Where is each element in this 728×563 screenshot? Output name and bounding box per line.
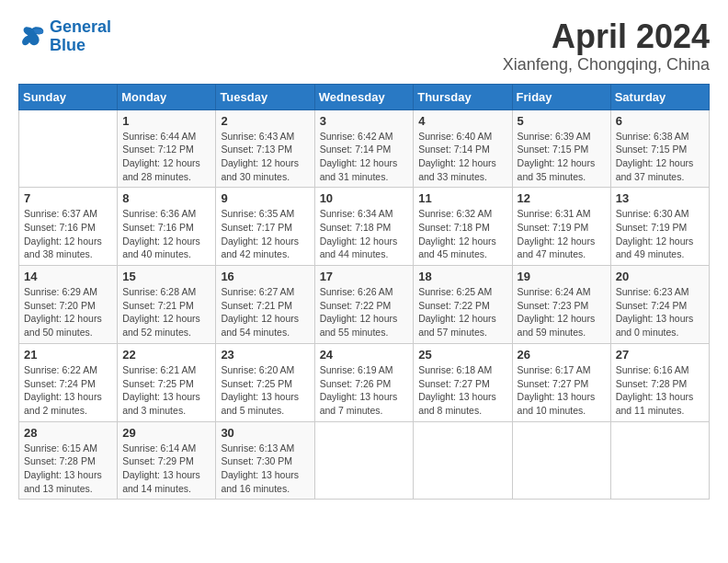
- day-info: Sunrise: 6:15 AM Sunset: 7:28 PM Dayligh…: [24, 442, 112, 496]
- page-title: April 2024: [503, 18, 710, 55]
- calendar-cell: 14Sunrise: 6:29 AM Sunset: 7:20 PM Dayli…: [19, 266, 118, 344]
- weekday-header-saturday: Saturday: [610, 84, 709, 109]
- calendar-cell: 5Sunrise: 6:39 AM Sunset: 7:15 PM Daylig…: [512, 109, 610, 188]
- day-info: Sunrise: 6:14 AM Sunset: 7:29 PM Dayligh…: [122, 442, 210, 496]
- logo-line1: General: [50, 17, 111, 36]
- calendar-cell: 26Sunrise: 6:17 AM Sunset: 7:27 PM Dayli…: [512, 343, 610, 421]
- day-number: 12: [518, 191, 606, 205]
- calendar-cell: 3Sunrise: 6:42 AM Sunset: 7:14 PM Daylig…: [314, 109, 414, 188]
- day-number: 24: [320, 348, 409, 362]
- day-info: Sunrise: 6:44 AM Sunset: 7:12 PM Dayligh…: [122, 130, 210, 184]
- calendar-cell: 11Sunrise: 6:32 AM Sunset: 7:18 PM Dayli…: [414, 188, 512, 266]
- day-info: Sunrise: 6:35 AM Sunset: 7:17 PM Dayligh…: [221, 207, 309, 261]
- day-info: Sunrise: 6:28 AM Sunset: 7:21 PM Dayligh…: [122, 285, 210, 339]
- day-info: Sunrise: 6:38 AM Sunset: 7:15 PM Dayligh…: [616, 130, 704, 184]
- page-header: General Blue April 2024 Xianfeng, Chongq…: [18, 18, 710, 75]
- calendar-cell: 8Sunrise: 6:36 AM Sunset: 7:16 PM Daylig…: [118, 188, 216, 266]
- day-info: Sunrise: 6:36 AM Sunset: 7:16 PM Dayligh…: [122, 207, 210, 261]
- calendar-cell: [414, 421, 512, 500]
- weekday-header-sunday: Sunday: [19, 84, 118, 109]
- day-number: 10: [320, 191, 409, 205]
- calendar-cell: 25Sunrise: 6:18 AM Sunset: 7:27 PM Dayli…: [414, 343, 512, 421]
- day-number: 22: [122, 348, 210, 362]
- day-info: Sunrise: 6:29 AM Sunset: 7:20 PM Dayligh…: [24, 285, 112, 339]
- calendar-cell: [314, 421, 414, 500]
- logo-icon: [18, 23, 46, 51]
- day-number: 13: [616, 191, 704, 205]
- calendar-cell: 21Sunrise: 6:22 AM Sunset: 7:24 PM Dayli…: [19, 343, 118, 421]
- logo: General Blue: [18, 18, 111, 55]
- calendar-cell: 6Sunrise: 6:38 AM Sunset: 7:15 PM Daylig…: [610, 109, 709, 188]
- day-info: Sunrise: 6:23 AM Sunset: 7:24 PM Dayligh…: [616, 285, 704, 339]
- day-info: Sunrise: 6:22 AM Sunset: 7:24 PM Dayligh…: [24, 363, 112, 418]
- day-number: 20: [616, 270, 704, 283]
- day-info: Sunrise: 6:27 AM Sunset: 7:21 PM Dayligh…: [221, 285, 309, 339]
- day-number: 1: [122, 114, 210, 128]
- day-number: 27: [616, 348, 704, 362]
- calendar-week-2: 7Sunrise: 6:37 AM Sunset: 7:16 PM Daylig…: [19, 188, 710, 266]
- day-number: 7: [24, 191, 112, 205]
- calendar-cell: 29Sunrise: 6:14 AM Sunset: 7:29 PM Dayli…: [118, 421, 216, 500]
- day-info: Sunrise: 6:42 AM Sunset: 7:14 PM Dayligh…: [320, 130, 409, 184]
- day-number: 16: [221, 270, 309, 283]
- day-number: 26: [518, 348, 606, 362]
- day-info: Sunrise: 6:39 AM Sunset: 7:15 PM Dayligh…: [518, 130, 606, 184]
- calendar-cell: 20Sunrise: 6:23 AM Sunset: 7:24 PM Dayli…: [610, 266, 709, 344]
- day-number: 21: [24, 348, 112, 362]
- calendar-cell: 7Sunrise: 6:37 AM Sunset: 7:16 PM Daylig…: [19, 188, 118, 266]
- calendar-cell: 2Sunrise: 6:43 AM Sunset: 7:13 PM Daylig…: [216, 109, 314, 188]
- calendar-cell: 1Sunrise: 6:44 AM Sunset: 7:12 PM Daylig…: [118, 109, 216, 188]
- weekday-header-monday: Monday: [118, 84, 216, 109]
- calendar-cell: 17Sunrise: 6:26 AM Sunset: 7:22 PM Dayli…: [314, 266, 414, 344]
- calendar-week-5: 28Sunrise: 6:15 AM Sunset: 7:28 PM Dayli…: [19, 421, 710, 500]
- day-info: Sunrise: 6:18 AM Sunset: 7:27 PM Dayligh…: [418, 363, 506, 418]
- day-number: 11: [418, 191, 506, 205]
- logo-line2: Blue: [50, 36, 85, 54]
- calendar-cell: 9Sunrise: 6:35 AM Sunset: 7:17 PM Daylig…: [216, 188, 314, 266]
- day-number: 14: [24, 270, 112, 283]
- calendar-week-1: 1Sunrise: 6:44 AM Sunset: 7:12 PM Daylig…: [19, 109, 710, 188]
- weekday-header-wednesday: Wednesday: [314, 84, 414, 109]
- calendar-cell: 23Sunrise: 6:20 AM Sunset: 7:25 PM Dayli…: [216, 343, 314, 421]
- calendar-body: 1Sunrise: 6:44 AM Sunset: 7:12 PM Daylig…: [19, 109, 710, 500]
- day-info: Sunrise: 6:19 AM Sunset: 7:26 PM Dayligh…: [320, 363, 409, 418]
- day-info: Sunrise: 6:20 AM Sunset: 7:25 PM Dayligh…: [221, 363, 309, 418]
- calendar-cell: 12Sunrise: 6:31 AM Sunset: 7:19 PM Dayli…: [512, 188, 610, 266]
- logo-text: General Blue: [50, 18, 111, 55]
- weekday-header-friday: Friday: [512, 84, 610, 109]
- page-subtitle: Xianfeng, Chongqing, China: [503, 55, 710, 75]
- weekday-row: SundayMondayTuesdayWednesdayThursdayFrid…: [19, 84, 710, 109]
- day-number: 29: [122, 426, 210, 440]
- day-number: 3: [320, 114, 409, 128]
- calendar-cell: 18Sunrise: 6:25 AM Sunset: 7:22 PM Dayli…: [414, 266, 512, 344]
- day-number: 6: [616, 114, 704, 128]
- calendar-cell: 15Sunrise: 6:28 AM Sunset: 7:21 PM Dayli…: [118, 266, 216, 344]
- calendar-cell: 22Sunrise: 6:21 AM Sunset: 7:25 PM Dayli…: [118, 343, 216, 421]
- calendar-cell: 10Sunrise: 6:34 AM Sunset: 7:18 PM Dayli…: [314, 188, 414, 266]
- day-number: 4: [418, 114, 506, 128]
- weekday-header-tuesday: Tuesday: [216, 84, 314, 109]
- day-info: Sunrise: 6:37 AM Sunset: 7:16 PM Dayligh…: [24, 207, 112, 261]
- day-info: Sunrise: 6:13 AM Sunset: 7:30 PM Dayligh…: [221, 442, 309, 496]
- day-number: 15: [122, 270, 210, 283]
- calendar-cell: 24Sunrise: 6:19 AM Sunset: 7:26 PM Dayli…: [314, 343, 414, 421]
- calendar-week-3: 14Sunrise: 6:29 AM Sunset: 7:20 PM Dayli…: [19, 266, 710, 344]
- day-number: 30: [221, 426, 309, 440]
- day-number: 2: [221, 114, 309, 128]
- calendar-cell: [19, 109, 118, 188]
- calendar-cell: 4Sunrise: 6:40 AM Sunset: 7:14 PM Daylig…: [414, 109, 512, 188]
- calendar-header: SundayMondayTuesdayWednesdayThursdayFrid…: [19, 84, 710, 109]
- day-info: Sunrise: 6:17 AM Sunset: 7:27 PM Dayligh…: [518, 363, 606, 418]
- calendar-cell: [512, 421, 610, 500]
- calendar-cell: 13Sunrise: 6:30 AM Sunset: 7:19 PM Dayli…: [610, 188, 709, 266]
- calendar-cell: 30Sunrise: 6:13 AM Sunset: 7:30 PM Dayli…: [216, 421, 314, 500]
- day-info: Sunrise: 6:26 AM Sunset: 7:22 PM Dayligh…: [320, 285, 409, 339]
- calendar-cell: 27Sunrise: 6:16 AM Sunset: 7:28 PM Dayli…: [610, 343, 709, 421]
- day-info: Sunrise: 6:24 AM Sunset: 7:23 PM Dayligh…: [518, 285, 606, 339]
- calendar-cell: 16Sunrise: 6:27 AM Sunset: 7:21 PM Dayli…: [216, 266, 314, 344]
- day-info: Sunrise: 6:31 AM Sunset: 7:19 PM Dayligh…: [518, 207, 606, 261]
- calendar-table: SundayMondayTuesdayWednesdayThursdayFrid…: [18, 84, 710, 500]
- day-number: 9: [221, 191, 309, 205]
- day-number: 8: [122, 191, 210, 205]
- day-info: Sunrise: 6:25 AM Sunset: 7:22 PM Dayligh…: [418, 285, 506, 339]
